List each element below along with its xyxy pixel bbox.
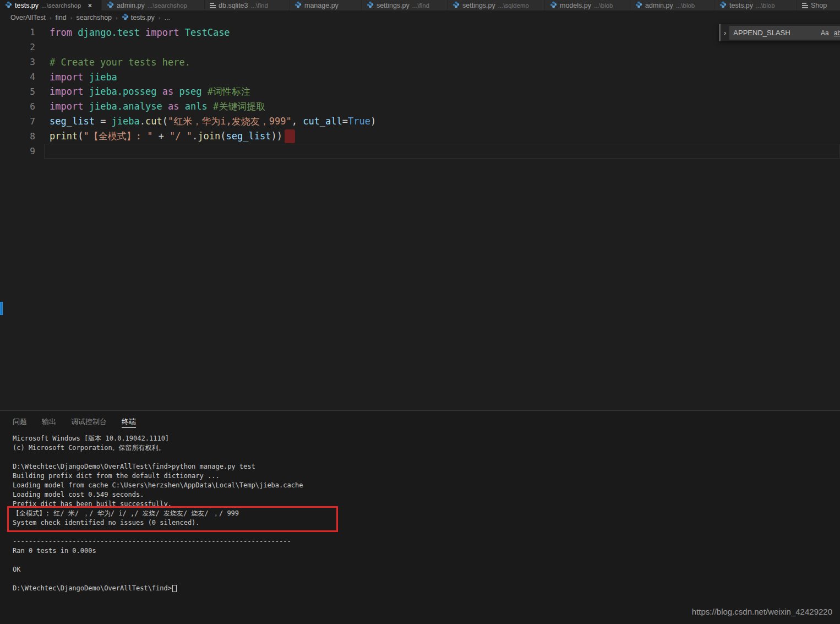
- terminal-line: (c) Microsoft Corporation。保留所有权利。: [13, 443, 840, 453]
- line-number: 2: [0, 42, 35, 52]
- match-case-icon[interactable]: Aa: [819, 29, 831, 37]
- terminal-line: [13, 453, 840, 462]
- line-number: 3: [0, 57, 35, 67]
- editor-tab-models.py[interactable]: models.py...\blob: [545, 0, 630, 10]
- watermark-url: https://blog.csdn.net/weixin_42429220: [692, 607, 832, 616]
- tab-dirname: ...\blob: [756, 2, 775, 9]
- line-number: 1: [0, 27, 35, 37]
- editor-tab-admin.py[interactable]: admin.py...\blob: [630, 0, 714, 10]
- find-widget: › Aa ab: [719, 24, 840, 41]
- terminal-line: [13, 556, 840, 565]
- tab-filename: models.py: [560, 2, 591, 9]
- tab-bar: tests.py...\searchshop×admin.py...\searc…: [0, 0, 840, 10]
- code-text: # Create your tests here.: [50, 57, 190, 68]
- python-file-icon: [719, 1, 727, 10]
- panel-tab-terminal[interactable]: 终端: [122, 417, 136, 428]
- panel-tab-bar: 问题输出调试控制台终端: [0, 411, 840, 428]
- tab-dirname: ...\searchshop: [148, 2, 187, 9]
- code-text: print("【全模式】: " + "/ ".join(seg_list)): [50, 129, 295, 143]
- tab-filename: db.sqlite3: [219, 2, 248, 9]
- python-file-icon: [452, 1, 460, 10]
- whole-word-icon[interactable]: ab: [832, 29, 840, 37]
- python-file-icon: [367, 1, 374, 10]
- tab-dirname: ...\find: [251, 2, 268, 9]
- tab-filename: manage.py: [304, 2, 339, 9]
- terminal-line: OK: [13, 565, 840, 574]
- terminal-line: [13, 528, 840, 537]
- error-block-marker: [285, 129, 295, 143]
- terminal-line: Microsoft Windows [版本 10.0.19042.1110]: [13, 434, 840, 443]
- breadcrumb-item-...[interactable]: ...: [164, 14, 170, 21]
- breadcrumb-item-OverAllTest[interactable]: OverAllTest: [10, 14, 46, 21]
- close-icon[interactable]: ×: [88, 2, 92, 9]
- line-number: 4: [0, 72, 35, 82]
- terminal-content[interactable]: Microsoft Windows [版本 10.0.19042.1110](c…: [0, 434, 840, 624]
- breadcrumb-label: OverAllTest: [10, 14, 46, 21]
- breadcrumb-label: tests.py: [131, 14, 155, 21]
- terminal-line: Loading model from cache C:\Users\herzsh…: [13, 481, 840, 490]
- terminal-line: Loading model cost 0.549 seconds.: [13, 490, 840, 500]
- tab-dirname: ...\blob: [676, 2, 695, 9]
- code-line: 2: [0, 40, 840, 55]
- tab-filename: tests.py: [15, 2, 39, 9]
- terminal-line: ----------------------------------------…: [13, 537, 840, 546]
- chevron-right-icon: ›: [116, 14, 118, 21]
- editor-tab-manage.py[interactable]: manage.py: [290, 0, 362, 10]
- chevron-right-icon: ›: [70, 14, 73, 21]
- editor-tab-db.sqlite3[interactable]: db.sqlite3...\find: [205, 0, 290, 10]
- code-text: seg_list = jieba.cut("红米，华为i,发烧友，999", c…: [50, 115, 376, 128]
- bottom-panel: 问题输出调试控制台终端 Microsoft Windows [版本 10.0.1…: [0, 410, 840, 624]
- code-line: 1from django.test import TestCase: [0, 25, 840, 40]
- code-text: import jieba.analyse as anls #关键词提取: [50, 100, 265, 113]
- terminal-line: Ran 0 tests in 0.000s: [13, 546, 840, 556]
- terminal-cursor: [172, 585, 177, 592]
- python-file-icon: [550, 1, 557, 10]
- chevron-right-icon: ›: [50, 14, 52, 21]
- terminal-line: D:\Wtechtec\DjangoDemo\OverAllTest\find>: [13, 584, 840, 593]
- tab-filename: Shop: [811, 2, 827, 9]
- breadcrumb-item-find[interactable]: find: [56, 14, 67, 21]
- panel-tab-output[interactable]: 输出: [42, 417, 56, 428]
- panel-tab-debug-console[interactable]: 调试控制台: [71, 417, 107, 428]
- terminal-line: Prefix dict has been built successfully.: [13, 500, 840, 509]
- terminal-line: D:\Wtechtec\DjangoDemo\OverAllTest\find>…: [13, 462, 840, 471]
- editor-tab-settings.py[interactable]: settings.py...\find: [362, 0, 448, 10]
- tab-dirname: ...\sqldemo: [498, 2, 529, 9]
- code-text: import jieba: [50, 72, 117, 83]
- panel-tab-problems[interactable]: 问题: [13, 417, 27, 428]
- tab-filename: settings.py: [462, 2, 495, 9]
- editor-code-area[interactable]: 1from django.test import TestCase23# Cre…: [0, 25, 840, 410]
- breadcrumb-item-tests.py[interactable]: tests.py: [122, 13, 155, 22]
- editor-tab-tests.py[interactable]: tests.py...\searchshop×: [0, 0, 102, 10]
- find-expand-chevron-icon[interactable]: ›: [721, 29, 729, 37]
- python-file-icon: [5, 1, 12, 10]
- breadcrumb-label: find: [56, 14, 67, 21]
- terminal-line: [13, 574, 840, 584]
- breadcrumb-label: ...: [164, 14, 170, 21]
- breadcrumb-label: searchshop: [76, 14, 112, 21]
- editor-tab-admin.py[interactable]: admin.py...\searchshop: [102, 0, 205, 10]
- python-file-icon: [107, 1, 114, 10]
- find-input-wrap: Aa ab: [729, 26, 840, 40]
- editor-tab-tests.py[interactable]: tests.py...\blob: [714, 0, 797, 10]
- breadcrumb-item-searchshop[interactable]: searchshop: [76, 14, 112, 21]
- python-file-icon: [122, 13, 129, 22]
- tab-filename: admin.py: [117, 2, 145, 9]
- line-number: 8: [0, 131, 35, 142]
- code-line: 6import jieba.analyse as anls #关键词提取: [0, 99, 840, 114]
- code-line: 4import jieba: [0, 69, 840, 84]
- code-line: 9: [0, 144, 840, 159]
- code-line: 3# Create your tests here.: [0, 55, 840, 69]
- terminal-line: 【全模式】: 红/ 米/ ，/ 华为/ i/ ,/ 发烧/ 发烧友/ 烧友/ ，…: [13, 509, 840, 518]
- code-line: 5import jieba.posseg as pseg #词性标注: [0, 84, 840, 99]
- tab-filename: tests.py: [729, 2, 753, 9]
- vscode-window: tests.py...\searchshop×admin.py...\searc…: [0, 0, 840, 624]
- code-text: from django.test import TestCase: [50, 27, 230, 38]
- find-input[interactable]: [732, 28, 817, 37]
- editor-tab-settings.py[interactable]: settings.py...\sqldemo: [448, 0, 545, 10]
- terminal-line: Building prefix dict from the default di…: [13, 471, 840, 481]
- python-file-icon: [635, 1, 642, 10]
- chevron-right-icon: ›: [159, 14, 161, 21]
- editor-tab-Shop[interactable]: Shop: [797, 0, 840, 10]
- database-file-icon: [802, 3, 808, 8]
